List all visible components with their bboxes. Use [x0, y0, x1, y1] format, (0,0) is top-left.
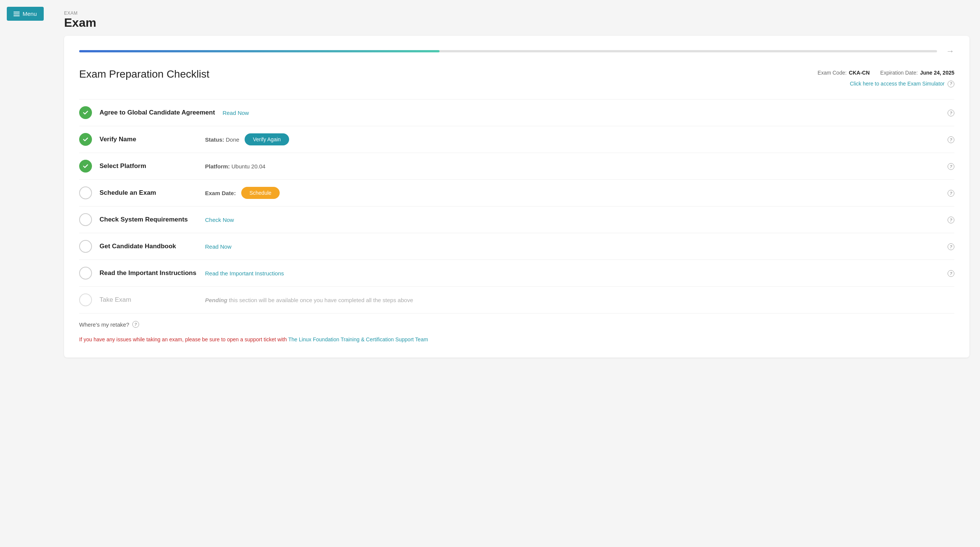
read-now-link-handbook[interactable]: Read Now: [205, 243, 231, 250]
checklist-item-take-exam: Take Exam Pending this section will be a…: [79, 287, 955, 314]
item-label-handbook: Get Candidate Handbook: [100, 243, 197, 250]
check-icon-instructions: [79, 267, 92, 279]
checklist-item-verify-name: Verify Name Status: Done Verify Again ?: [79, 126, 955, 153]
item-label-instructions: Read the Important Instructions: [100, 270, 197, 277]
item-label-verify-name: Verify Name: [100, 136, 197, 143]
page-header: EXAM Exam: [0, 0, 980, 36]
item-label-select-platform: Select Platform: [100, 162, 197, 170]
check-icon-verify-name: [79, 133, 92, 146]
item-help-instructions: ?: [948, 270, 955, 277]
verify-status-text: Status: Done: [205, 136, 239, 143]
exam-code-label: Exam Code:: [818, 68, 846, 78]
item-content-instructions: Read the Important Instructions: [205, 270, 940, 276]
retake-help-icon[interactable]: ?: [132, 321, 139, 328]
help-icon-handbook[interactable]: ?: [948, 243, 955, 250]
item-content-schedule: Exam Date: Schedule: [205, 187, 940, 199]
item-content-check-system: Check Now: [205, 217, 940, 223]
item-content-verify-name: Status: Done Verify Again: [205, 133, 940, 146]
support-link-text: The Linux Foundation Training & Certific…: [288, 336, 428, 342]
progress-bar-container: →: [79, 46, 955, 56]
progress-next-arrow[interactable]: →: [946, 46, 955, 56]
retake-line: Where's my retake? ?: [79, 321, 955, 328]
item-help-verify-name: ?: [948, 136, 955, 143]
check-icon-schedule: [79, 187, 92, 199]
verify-again-button[interactable]: Verify Again: [245, 133, 289, 146]
exam-date-text: Exam Date:: [205, 190, 236, 196]
help-icon-verify-name[interactable]: ?: [948, 136, 955, 143]
help-icon-check-system[interactable]: ?: [948, 217, 955, 224]
checklist-items: Agree to Global Candidate Agreement Read…: [79, 99, 955, 314]
item-help-agree: ?: [948, 109, 955, 116]
checklist-item-handbook: Get Candidate Handbook Read Now ?: [79, 233, 955, 260]
checklist-item-schedule: Schedule an Exam Exam Date: Schedule ?: [79, 180, 955, 206]
checklist-header: Exam Preparation Checklist Exam Code: CK…: [79, 68, 955, 89]
check-icon-take-exam: [79, 293, 92, 306]
pending-description: this section will be available once you …: [229, 297, 413, 303]
checklist-title: Exam Preparation Checklist: [79, 68, 209, 80]
item-label-check-system: Check System Requirements: [100, 216, 197, 224]
item-label-take-exam: Take Exam: [100, 296, 197, 304]
menu-label: Menu: [22, 11, 37, 17]
progress-bar-track: [79, 50, 937, 52]
simulator-link[interactable]: Click here to access the Exam Simulator: [850, 79, 945, 89]
check-icon-check-system: [79, 213, 92, 226]
expiration-label: Expiration Date:: [880, 68, 918, 78]
hamburger-icon: [14, 12, 20, 16]
expiration-item: Expiration Date: June 24, 2025: [880, 68, 955, 78]
item-help-select-platform: ?: [948, 163, 955, 170]
help-icon-instructions[interactable]: ?: [948, 270, 955, 277]
checklist-item-check-system: Check System Requirements Check Now ?: [79, 206, 955, 233]
help-icon-agree[interactable]: ?: [948, 109, 955, 116]
check-icon-select-platform: [79, 160, 92, 173]
platform-text: Platform: Ubuntu 20.04: [205, 163, 266, 170]
check-icon-handbook: [79, 240, 92, 253]
exam-date-label: Exam Date:: [205, 190, 236, 196]
verify-status-value: Done: [226, 136, 239, 143]
item-help-check-system: ?: [948, 216, 955, 224]
take-exam-pending-text: Pending this section will be available o…: [205, 297, 413, 303]
retake-label[interactable]: Where's my retake?: [79, 321, 129, 328]
item-content-select-platform: Platform: Ubuntu 20.04: [205, 163, 940, 170]
exam-code-value: CKA-CN: [849, 68, 870, 78]
pending-label: Pending: [205, 297, 229, 303]
read-instructions-link[interactable]: Read the Important Instructions: [205, 270, 284, 276]
main-card: → Exam Preparation Checklist Exam Code: …: [64, 36, 969, 358]
item-content-handbook: Read Now: [205, 243, 940, 250]
checklist-item-agree: Agree to Global Candidate Agreement Read…: [79, 100, 955, 126]
support-team-link[interactable]: The Linux Foundation Training & Certific…: [288, 336, 428, 342]
platform-label: Platform:: [205, 163, 231, 170]
page-title: Exam: [64, 16, 969, 30]
item-content-agree: Read Now: [223, 109, 940, 116]
item-label-agree: Agree to Global Candidate Agreement: [100, 109, 215, 116]
menu-button[interactable]: Menu: [7, 7, 44, 21]
simulator-help-icon[interactable]: ?: [948, 81, 955, 87]
item-content-take-exam: Pending this section will be available o…: [205, 297, 955, 303]
item-label-schedule: Schedule an Exam: [100, 189, 197, 197]
support-notice-prefix: If you have any issues while taking an e…: [79, 336, 287, 342]
support-notice: If you have any issues while taking an e…: [79, 335, 955, 344]
verify-status-label: Status:: [205, 136, 226, 143]
check-icon-agree: [79, 106, 92, 119]
checklist-item-select-platform: Select Platform Platform: Ubuntu 20.04 ?: [79, 153, 955, 180]
exam-meta-row: Exam Code: CKA-CN Expiration Date: June …: [818, 68, 955, 78]
page-header-label: EXAM: [64, 11, 969, 16]
read-now-link-agree[interactable]: Read Now: [223, 109, 249, 116]
exam-code-item: Exam Code: CKA-CN: [818, 68, 870, 78]
help-icon-schedule[interactable]: ?: [948, 190, 955, 197]
progress-bar-fill: [79, 50, 439, 52]
expiration-value: June 24, 2025: [920, 68, 955, 78]
help-icon-select-platform[interactable]: ?: [948, 163, 955, 170]
item-help-handbook: ?: [948, 243, 955, 250]
check-now-link[interactable]: Check Now: [205, 217, 234, 223]
item-help-schedule: ?: [948, 189, 955, 197]
schedule-button[interactable]: Schedule: [241, 187, 280, 199]
checklist-item-instructions: Read the Important Instructions Read the…: [79, 260, 955, 287]
exam-meta: Exam Code: CKA-CN Expiration Date: June …: [818, 68, 955, 89]
platform-value: Ubuntu 20.04: [231, 163, 266, 170]
footer-section: Where's my retake? ? If you have any iss…: [79, 321, 955, 344]
